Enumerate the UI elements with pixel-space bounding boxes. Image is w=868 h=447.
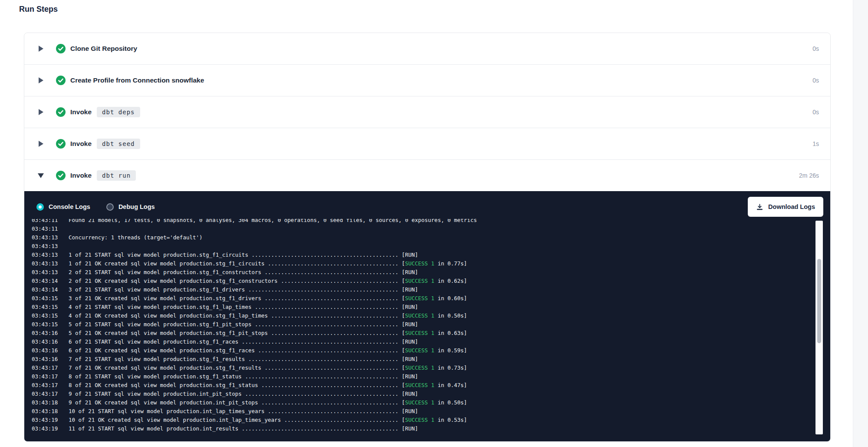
log-timestamp: 03:43:17: [32, 381, 58, 390]
success-check-icon: [56, 107, 66, 117]
log-timestamp: 03:43:19: [32, 416, 58, 424]
log-line: 03:43:155 of 21 START sql view model pro…: [32, 320, 811, 329]
run-steps-list: Clone Git Repository 0s Create Profile f…: [24, 33, 830, 191]
success-check-icon: [56, 139, 66, 149]
log-timestamp: 03:43:15: [32, 320, 58, 329]
log-timestamp: 03:43:18: [32, 398, 58, 407]
run-step-row[interactable]: Invoke dbt run 2m 26s: [24, 160, 830, 191]
log-message: 2 of 21 START sql view model production.…: [69, 268, 418, 277]
page-gutter: [853, 0, 868, 447]
log-line: 03:43:178 of 21 START sql view model pro…: [32, 372, 811, 381]
log-timestamp: 03:43:15: [32, 311, 58, 320]
log-timestamp: 03:43:15: [32, 303, 58, 311]
run-step-row[interactable]: Invoke dbt deps 0s: [24, 96, 830, 128]
log-message: 2 of 21 OK created sql view model produc…: [69, 277, 467, 285]
download-logs-button[interactable]: Download Logs: [748, 197, 823, 217]
run-step-row[interactable]: Invoke dbt seed 1s: [24, 128, 830, 160]
log-success-status: SUCCESS 1: [405, 364, 434, 371]
log-line: 03:43:11: [32, 225, 811, 233]
log-message: 1 of 21 OK created sql view model produc…: [69, 259, 467, 268]
log-message: 10 of 21 OK created sql view model produ…: [69, 416, 467, 424]
log-message: 5 of 21 OK created sql view model produc…: [69, 329, 467, 338]
log-message: 6 of 21 OK created sql view model produc…: [69, 346, 467, 355]
log-message: 1 of 21 START sql view model production.…: [69, 251, 418, 259]
log-line: 03:43:154 of 21 START sql view model pro…: [32, 303, 811, 311]
log-toolbar: Console LogsDebug Logs Download Logs: [36, 197, 823, 217]
log-message: 10 of 21 START sql view model production…: [69, 407, 418, 416]
log-line: 03:43:143 of 21 START sql view model pro…: [32, 285, 811, 294]
log-line: 03:43:131 of 21 OK created sql view mode…: [32, 259, 811, 268]
log-timestamp: 03:43:11: [32, 225, 58, 233]
log-scrollbar-track[interactable]: [815, 221, 823, 434]
log-timestamp: 03:43:15: [32, 294, 58, 303]
log-scrollbar-thumb[interactable]: [817, 259, 821, 343]
log-success-status: SUCCESS 1: [405, 417, 434, 423]
log-timestamp: 03:43:13: [32, 251, 58, 259]
log-timestamp: 03:43:17: [32, 364, 58, 372]
log-line: 03:43:1911 of 21 START sql view model pr…: [32, 424, 811, 433]
log-line: 03:43:13: [32, 242, 811, 251]
log-line: 03:43:178 of 21 OK created sql view mode…: [32, 381, 811, 390]
console-log-output[interactable]: 03:43:11Found 21 models, 17 tests, 0 sna…: [32, 219, 811, 435]
step-duration: 1s: [812, 140, 819, 147]
step-duration: 0s: [812, 45, 819, 52]
step-command-badge: dbt run: [97, 170, 136, 181]
step-command-badge: dbt deps: [97, 107, 140, 117]
step-label: Invoke: [70, 108, 92, 116]
log-timestamp: 03:43:16: [32, 355, 58, 364]
log-message: 4 of 21 OK created sql view model produc…: [69, 311, 467, 320]
log-success-status: SUCCESS 1: [405, 312, 434, 319]
step-label: Invoke: [70, 140, 92, 148]
log-line: 03:43:142 of 21 OK created sql view mode…: [32, 277, 811, 285]
log-timestamp: 03:43:17: [32, 390, 58, 398]
chevron-right-icon[interactable]: [38, 45, 44, 52]
step-command-badge: dbt seed: [97, 139, 140, 149]
log-timestamp: 03:43:13: [32, 268, 58, 277]
log-timestamp: 03:43:16: [32, 338, 58, 346]
log-success-status: SUCCESS 1: [405, 382, 434, 388]
log-message: 4 of 21 START sql view model production.…: [69, 303, 418, 311]
log-message: 8 of 21 OK created sql view model produc…: [69, 381, 467, 390]
log-message: 7 of 21 OK created sql view model produc…: [69, 364, 467, 372]
log-message: Concurrency: 1 threads (target='default'…: [69, 233, 203, 242]
log-line: 03:43:165 of 21 OK created sql view mode…: [32, 329, 811, 338]
log-line: 03:43:166 of 21 OK created sql view mode…: [32, 346, 811, 355]
log-message: 9 of 21 START sql view model production.…: [69, 390, 418, 398]
log-success-status: SUCCESS 1: [405, 399, 434, 406]
log-message: 3 of 21 START sql view model production.…: [69, 285, 418, 294]
log-tab-debug-logs[interactable]: Debug Logs: [106, 203, 155, 211]
success-check-icon: [56, 44, 66, 53]
log-success-status: SUCCESS 1: [405, 295, 434, 301]
log-timestamp: 03:43:13: [32, 233, 58, 242]
chevron-down-icon[interactable]: [38, 172, 44, 179]
log-timestamp: 03:43:16: [32, 346, 58, 355]
log-message: 7 of 21 START sql view model production.…: [69, 355, 418, 364]
radio-selected-icon[interactable]: [36, 203, 44, 211]
page-title: Run Steps: [19, 5, 58, 14]
log-timestamp: 03:43:14: [32, 285, 58, 294]
log-line: 03:43:131 of 21 START sql view model pro…: [32, 251, 811, 259]
run-step-row[interactable]: Clone Git Repository 0s: [24, 33, 830, 65]
log-timestamp: 03:43:19: [32, 424, 58, 433]
log-timestamp: 03:43:17: [32, 372, 58, 381]
log-tab-console-logs[interactable]: Console Logs: [36, 203, 90, 211]
chevron-right-icon[interactable]: [38, 109, 44, 116]
run-steps-card: Clone Git Repository 0s Create Profile f…: [24, 33, 831, 442]
log-line: 03:43:1810 of 21 START sql view model pr…: [32, 407, 811, 416]
log-line: 03:43:153 of 21 OK created sql view mode…: [32, 294, 811, 303]
log-line: 03:43:13Concurrency: 1 threads (target='…: [32, 233, 811, 242]
run-step-row[interactable]: Create Profile from Connection snowflake…: [24, 65, 830, 96]
log-line: 03:43:1910 of 21 OK created sql view mod…: [32, 416, 811, 424]
radio-unselected-icon[interactable]: [106, 203, 114, 211]
chevron-right-icon[interactable]: [38, 140, 44, 147]
log-message: 3 of 21 OK created sql view model produc…: [69, 294, 467, 303]
log-panel: Console LogsDebug Logs Download Logs 03:…: [24, 191, 830, 441]
log-success-status: SUCCESS 1: [405, 330, 434, 336]
log-success-status: SUCCESS 1: [405, 347, 434, 354]
chevron-right-icon[interactable]: [38, 77, 44, 84]
log-message: Found 21 models, 17 tests, 0 snapshots, …: [69, 219, 477, 225]
log-message: 11 of 21 START sql view model production…: [69, 424, 418, 433]
log-tab-label: Console Logs: [49, 203, 90, 210]
log-tab-label: Debug Logs: [118, 203, 155, 210]
log-timestamp: 03:43:18: [32, 407, 58, 416]
